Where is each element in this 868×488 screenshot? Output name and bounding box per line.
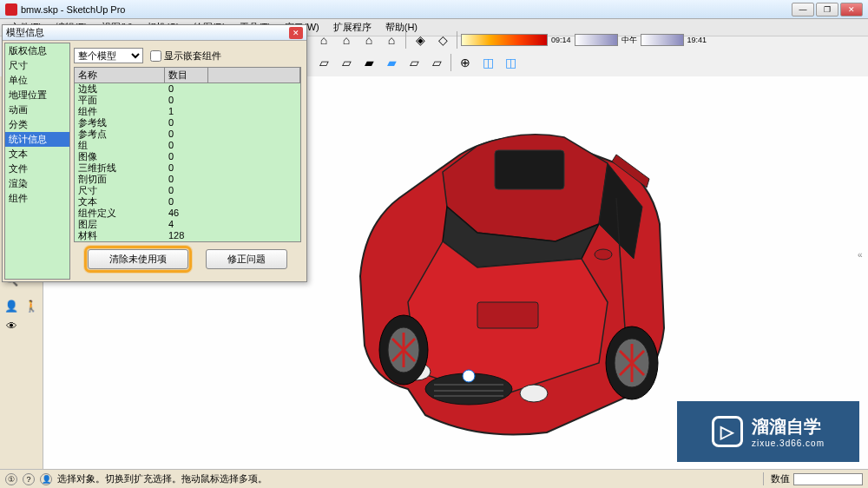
sidebar-item-units[interactable]: 单位 [5, 73, 69, 88]
maximize-button[interactable]: ❐ [816, 3, 838, 16]
sidebar-item-copyright[interactable]: 版权信息 [5, 43, 69, 58]
nested-checkbox[interactable]: 显示嵌套组件 [150, 49, 221, 63]
table-row[interactable]: 剖切面0 [75, 174, 300, 185]
cell-count: 0 [165, 95, 177, 106]
table-row[interactable]: 组件1 [75, 106, 300, 117]
cell-count: 0 [165, 185, 177, 196]
cube-nav-icon[interactable]: ◫ [477, 52, 498, 73]
svg-point-3 [463, 370, 475, 382]
cell-count: 1 [165, 106, 177, 117]
col-count[interactable]: 数目 [165, 68, 208, 82]
sidebar-item-file[interactable]: 文件 [5, 162, 69, 176]
dialog-close-icon[interactable]: ✕ [289, 27, 303, 39]
minimize-button[interactable]: — [792, 3, 814, 16]
table-row[interactable]: 材料128 [75, 230, 300, 241]
sidebar-item-component[interactable]: 组件 [5, 191, 69, 206]
titlebar: bmw.skp - SketchUp Pro — ❐ ✕ [0, 0, 868, 19]
house-icon-4[interactable]: ⌂ [381, 30, 402, 50]
status-hint: 选择对象。切换到扩充选择。拖动鼠标选择多项。 [57, 472, 758, 485]
cell-count: 4 [165, 219, 177, 230]
stats-table: 名称 数目 边线0平面0组件1参考线0参考点0组0图像0三维折线0剖切面0尺寸0… [74, 67, 301, 242]
window-controls: — ❐ ✕ [792, 3, 863, 16]
table-row[interactable]: 平面0 [75, 95, 300, 106]
nav-icon[interactable]: ⊕ [455, 52, 476, 73]
separator [450, 54, 451, 71]
cell-count: 128 [165, 230, 187, 241]
cell-name: 参考点 [75, 129, 165, 140]
time-slider-2[interactable] [641, 34, 684, 46]
house-icon-3[interactable]: ⌂ [358, 30, 379, 50]
cell-name: 组件 [75, 106, 165, 117]
layer-icon-2[interactable]: ▱ [336, 52, 357, 73]
nested-checkbox-input[interactable] [150, 50, 161, 62]
cube-nav-icon-2[interactable]: ◫ [500, 52, 521, 73]
table-row[interactable]: 图像0 [75, 151, 300, 162]
table-row[interactable]: 参考点0 [75, 129, 300, 140]
layer-icon-3[interactable]: ▰ [358, 52, 379, 73]
window-title: bmw.skp - SketchUp Pro [21, 4, 792, 15]
cell-name: 平面 [75, 95, 165, 106]
clear-unused-button[interactable]: 清除未使用项 [88, 249, 188, 269]
walk-icon[interactable]: 🚶 [22, 296, 41, 315]
cell-count: 0 [165, 83, 177, 95]
shadow-toolbar: 09:14 中午 19:41 [461, 34, 707, 46]
look-icon[interactable]: 👁 [2, 316, 21, 335]
close-button[interactable]: ✕ [840, 3, 863, 16]
noon-label: 中午 [621, 35, 637, 46]
house-icon[interactable]: ⌂ [313, 30, 334, 50]
cell-count: 0 [165, 151, 177, 162]
cube-icon-2[interactable]: ◇ [432, 30, 453, 50]
cell-count: 0 [165, 117, 177, 129]
model-info-dialog: 模型信息 ✕ 版权信息 尺寸 单位 地理位置 动画 分类 统计信息 文本 文件 … [2, 24, 307, 282]
col-name[interactable]: 名称 [75, 68, 165, 82]
table-row[interactable]: 组件定义46 [75, 208, 300, 219]
svg-rect-1 [477, 302, 538, 328]
value-input[interactable] [793, 473, 863, 485]
sidebar-item-location[interactable]: 地理位置 [5, 88, 69, 102]
sidebar-item-dimensions[interactable]: 尺寸 [5, 58, 69, 73]
table-row[interactable]: 尺寸0 [75, 185, 300, 196]
cell-name: 文本 [75, 196, 165, 208]
separator [457, 31, 457, 49]
sidebar-item-render[interactable]: 渲染 [5, 176, 69, 191]
table-header: 名称 数目 [75, 68, 300, 83]
layer-icon[interactable]: ▱ [313, 52, 334, 73]
layer-icon-4[interactable]: ▰ [381, 52, 402, 73]
sidebar-item-text[interactable]: 文本 [5, 147, 69, 162]
table-row[interactable]: 组0 [75, 140, 300, 151]
watermark: ▷ 溜溜自学 zixue.3d66.com [677, 401, 859, 462]
fix-problems-button[interactable]: 修正问题 [206, 249, 287, 269]
house-icon-2[interactable]: ⌂ [336, 30, 357, 50]
table-row[interactable]: 图层4 [75, 219, 300, 230]
table-row[interactable]: 文本0 [75, 196, 300, 208]
sidebar-item-classify[interactable]: 分类 [5, 117, 69, 132]
table-row[interactable]: 参考线0 [75, 117, 300, 129]
layer-icon-6[interactable]: ▱ [426, 52, 447, 73]
position-camera-icon[interactable]: 👤 [2, 296, 21, 315]
dialog-titlebar[interactable]: 模型信息 ✕ [3, 25, 306, 41]
dialog-buttons: 清除未使用项 修正问题 [74, 242, 301, 278]
table-row[interactable]: 边线0 [75, 83, 300, 95]
sidebar-item-animation[interactable]: 动画 [5, 102, 69, 117]
cell-count: 0 [165, 174, 177, 185]
sidebar-item-statistics[interactable]: 统计信息 [5, 132, 69, 147]
time-slider[interactable] [575, 34, 618, 46]
scope-select[interactable]: 整个模型 [74, 48, 143, 63]
status-info-icon[interactable]: ① [5, 473, 17, 485]
table-row[interactable]: 三维折线0 [75, 162, 300, 174]
cube-icon[interactable]: ◈ [410, 30, 431, 50]
status-person-icon[interactable]: 👤 [40, 473, 52, 485]
cell-name: 组 [75, 140, 165, 151]
dialog-title: 模型信息 [6, 26, 289, 39]
nested-checkbox-label: 显示嵌套组件 [164, 49, 221, 63]
status-help-icon[interactable]: ? [23, 473, 35, 485]
status-value: 数值 [763, 472, 863, 485]
watermark-sub: zixue.3d66.com [752, 439, 825, 448]
table-body: 边线0平面0组件1参考线0参考点0组0图像0三维折线0剖切面0尺寸0文本0组件定… [75, 83, 300, 241]
svg-rect-0 [495, 150, 564, 189]
time-label-1: 09:14 [551, 36, 571, 44]
cell-name: 材料 [75, 230, 165, 241]
layer-icon-5[interactable]: ▱ [404, 52, 424, 73]
car-model[interactable] [286, 76, 703, 467]
month-slider[interactable] [461, 34, 548, 46]
